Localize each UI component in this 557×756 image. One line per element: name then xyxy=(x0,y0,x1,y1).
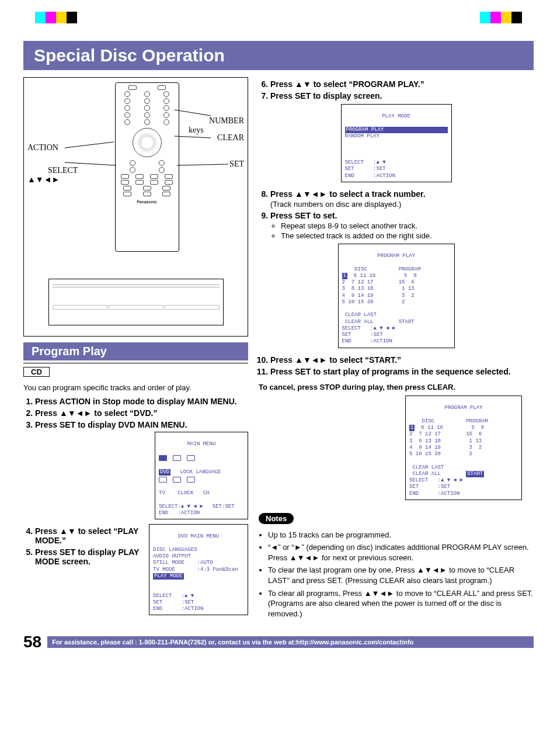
intro-text: You can program specific tracks and orde… xyxy=(23,383,248,393)
cd-badge: CD xyxy=(23,367,50,377)
main-menu-osd-wrap: MAIN MENU DVD LOCK LANGUAGE TV CLOCK CH … xyxy=(23,432,248,520)
notes-label: Notes xyxy=(259,513,294,524)
step-4: Press ▲▼ to select “PLAY MODE.” xyxy=(35,526,143,545)
step-9: Press SET to set. Repeat steps 8-9 to se… xyxy=(270,211,534,240)
program-play-osd-2: PROGRAM PLAY DISC PROGRAM 1 6 11 16 5 8 … xyxy=(405,396,522,500)
step-3: Press SET to display DVD MAIN MENU. xyxy=(35,420,248,429)
cmyk-blocks-left xyxy=(35,12,77,23)
remote-diagram: ACTION SELECT ▲▼◄► NUMBER keys CLEAR SET xyxy=(23,77,248,337)
svg-line-0 xyxy=(65,142,114,148)
svg-line-2 xyxy=(175,110,211,116)
step-1: Press ACTION in Stop mode to display MAI… xyxy=(35,397,248,406)
footer: 58 For assistance, please call : 1-800-2… xyxy=(23,633,534,651)
section-heading: Program Play xyxy=(23,342,248,360)
cancel-text: To cancel, press STOP during play, then … xyxy=(259,382,534,393)
note-4: To clear all programs, Press ▲▼◄► to mov… xyxy=(268,588,534,619)
main-menu-osd: MAIN MENU DVD LOCK LANGUAGE TV CLOCK CH … xyxy=(155,432,248,520)
step-10: Press ▲▼◄► to select “START.” xyxy=(270,355,534,365)
step-9-b1: Repeat steps 8-9 to select another track… xyxy=(281,221,534,230)
left-column: ACTION SELECT ▲▼◄► NUMBER keys CLEAR SET xyxy=(23,77,248,621)
note-3: To clear the last program one by one, Pr… xyxy=(268,565,534,585)
device-unit xyxy=(48,279,224,325)
step-6: Press ▲▼ to select “PROGRAM PLAY.” xyxy=(270,79,534,89)
dvd-main-menu-osd: DVD MAIN MENU DISC LANGUAGES AUDIO OUTPU… xyxy=(149,524,248,615)
note-2: “◄” or “►” (depending on disc) indicates… xyxy=(268,542,534,563)
svg-line-3 xyxy=(175,136,211,138)
step-8-sub: (Track numbers on disc are displayed.) xyxy=(270,200,534,209)
footer-bar: For assistance, please call : 1-800-211-… xyxy=(47,636,534,648)
program-play-osd-1: PROGRAM PLAY DISC PROGRAM 11 6 11 16 5 8… xyxy=(338,244,455,348)
svg-line-1 xyxy=(65,162,116,165)
cmyk-blocks-right xyxy=(480,12,522,23)
step-9-b2: The selected track is added on the right… xyxy=(281,231,534,240)
page-title: Special Disc Operation xyxy=(23,41,534,70)
step-8: Press ▲▼◄► to select a track number. (Tr… xyxy=(270,189,534,209)
step-11: Press SET to start play of programs in t… xyxy=(270,367,534,376)
step-5: Press SET to display PLAY MODE screen. xyxy=(35,547,143,566)
page: Special Disc Operation ACTION SELECT ▲▼◄… xyxy=(0,0,557,756)
page-number: 58 xyxy=(23,633,41,651)
svg-line-4 xyxy=(177,164,228,165)
right-column: Press ▲▼ to select “PROGRAM PLAY.” Press… xyxy=(259,77,534,621)
step-7: Press SET to display screen. xyxy=(270,91,534,100)
play-mode-osd: PLAY MODE PROGRAM PLAY RANDOM PLAY SELEC… xyxy=(341,104,452,182)
print-marks xyxy=(23,12,534,29)
step-2: Press ▲▼◄► to select “DVD.” xyxy=(35,408,248,418)
note-1: Up to 15 tracks can be programmed. xyxy=(268,530,534,540)
